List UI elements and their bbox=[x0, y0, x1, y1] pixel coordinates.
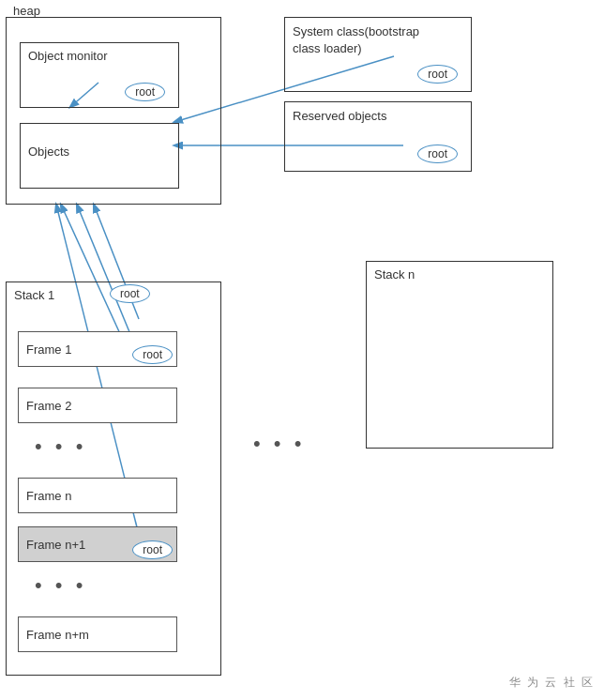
reserved-root-oval: root bbox=[417, 145, 458, 163]
frame1-root-oval: root bbox=[132, 345, 173, 364]
objects-label: Objects bbox=[28, 145, 69, 159]
framen-label: Frame n bbox=[26, 489, 71, 503]
frame2-box: Frame 2 bbox=[18, 388, 177, 423]
framenm-box: Frame n+m bbox=[18, 616, 177, 652]
heap-label: heap bbox=[13, 4, 40, 18]
stack1-dots1: • • • bbox=[35, 434, 86, 459]
heap-box: Object monitor root Objects bbox=[6, 17, 221, 205]
frame1-box: Frame 1 root bbox=[18, 331, 177, 367]
watermark: 华 为 云 社 区 bbox=[509, 675, 595, 691]
system-class-root-oval: root bbox=[417, 65, 458, 84]
object-monitor-label: Object monitor bbox=[28, 49, 108, 63]
frame2-label: Frame 2 bbox=[26, 399, 71, 413]
object-monitor-box: Object monitor root bbox=[20, 42, 179, 108]
stack1-root-oval: root bbox=[110, 284, 150, 303]
object-monitor-root-oval: root bbox=[125, 83, 165, 101]
stack1-box: Stack 1 root Frame 1 root Frame 2 • • • … bbox=[6, 282, 221, 676]
diagram: Object monitor root Objects heap System … bbox=[0, 0, 604, 700]
frame1-label: Frame 1 bbox=[26, 342, 71, 357]
system-class-label: System class(bootstrapclass loader) bbox=[293, 23, 419, 57]
reserved-label: Reserved objects bbox=[293, 108, 386, 125]
framen1-root-oval: root bbox=[132, 540, 173, 559]
reserved-box: Reserved objects root bbox=[284, 101, 472, 172]
framen1-label: Frame n+1 bbox=[26, 538, 85, 552]
stack1-dots2: • • • bbox=[35, 573, 86, 598]
framenm-label: Frame n+m bbox=[26, 628, 89, 642]
framen1-box: Frame n+1 root bbox=[18, 526, 177, 562]
system-class-box: System class(bootstrapclass loader) root bbox=[284, 17, 472, 92]
stackn-box: Stack n bbox=[366, 261, 553, 449]
objects-box: Objects bbox=[20, 123, 179, 189]
stackn-label: Stack n bbox=[374, 267, 415, 282]
framen-box: Frame n bbox=[18, 478, 177, 513]
stack1-label: Stack 1 bbox=[14, 288, 54, 302]
middle-dots: • • • bbox=[253, 432, 305, 456]
